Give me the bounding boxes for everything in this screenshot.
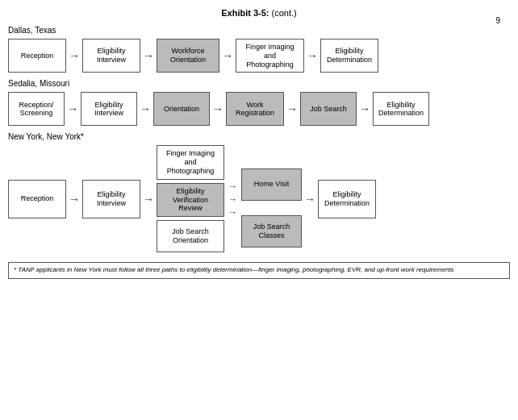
arrow2: → [143,49,154,62]
ny-reception: Reception [8,180,66,218]
dallas-eligibility-interview: Eligibility Interview [82,39,140,73]
dallas-finger-imaging: Finger Imaging and Photographing [236,39,304,73]
arrow6: → [140,102,151,115]
arrow5: → [67,102,78,115]
dallas-workforce-orientation: Workforce Orientation [157,39,219,73]
arrow13: → [228,194,237,204]
page-number: 9 [495,16,500,25]
sedalia-work-registration: Work Registration [226,92,284,126]
sedalia-orientation: Orientation [153,92,210,126]
arrow8: → [286,102,298,115]
sedalia-eligibility-interview: Eligibility Interview [81,92,137,126]
arrow15: → [304,193,315,206]
ny-eligibility-interview: Eligibility Interview [82,180,140,218]
ny-finger-imaging: Finger Imaging and Photographing [157,145,224,179]
sedalia-flow: Reception/ Screening → Eligibility Inter… [8,92,510,126]
arrow1: → [69,49,80,62]
arrow3: → [222,49,233,62]
sedalia-eligibility-determination: Eligibility Determination [373,92,429,126]
dallas-reception: Reception [8,39,66,73]
footnote: * TANF applicants in New York must follo… [8,262,510,278]
arrow12: → [228,181,237,191]
sedalia-label: Sedalia, Missouri [8,79,510,88]
ny-eligibility-determination: Eligibility Determination [318,180,376,218]
ny-evr: Eligibility Verification Review [157,183,224,217]
cont-label: (cont.) [269,8,297,18]
arrow9: → [359,102,370,115]
arrow10: → [69,193,80,206]
sedalia-job-search: Job Search [300,92,357,126]
arrow11: → [143,193,154,206]
exhibit-label: Exhibit 3-5: [221,8,269,18]
ny-job-search-orientation: Job Search Orientation [157,220,224,252]
arrow7: → [212,102,223,115]
ny-job-search-classes: Job Search Classes [241,215,302,247]
dallas-flow: Reception → Eligibility Interview → Work… [8,39,510,73]
dallas-label: Dallas, Texas [8,26,510,35]
page-title: Exhibit 3-5: (cont.) [8,8,510,18]
ny-home-visit: Home Visit [241,168,302,201]
arrow14: → [228,207,237,217]
dallas-eligibility-determination: Eligibility Determination [320,39,378,73]
newyork-label: New York, New York* [8,132,510,141]
arrow4: → [307,49,318,62]
sedalia-reception: Reception/ Screening [8,92,65,126]
newyork-section: Reception → Eligibility Interview → Fing… [8,145,510,252]
